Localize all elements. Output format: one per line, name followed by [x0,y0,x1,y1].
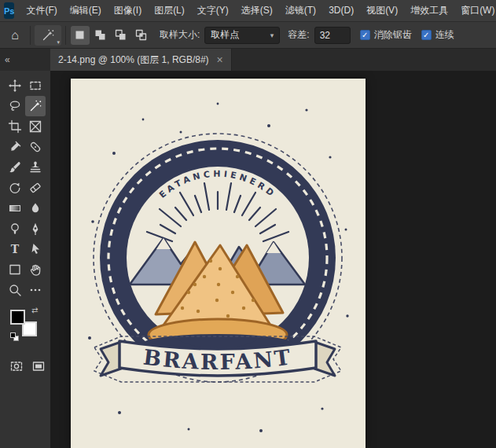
tolerance-input[interactable] [314,27,351,44]
type-icon: T [8,242,22,256]
default-colors-button[interactable] [10,332,20,342]
tool-rect-marquee[interactable] [25,75,46,96]
add-to-selection-button[interactable] [91,26,110,45]
checkbox-checked-icon: ✓ [360,30,370,40]
tools-collapse-button[interactable]: « [0,49,50,71]
menu-type[interactable]: 文字(Y) [191,0,235,21]
new-selection-button[interactable] [71,26,90,45]
tool-healing-brush[interactable] [25,137,46,157]
swap-colors-icon[interactable]: ⇄ [31,306,38,314]
anti-alias-label: 消除锯齿 [374,28,412,42]
sample-size-label: 取样大小: [160,28,200,42]
tool-pen[interactable] [25,218,46,239]
home-button[interactable]: ⌂ [4,25,26,46]
tool-dodge[interactable] [5,218,25,239]
water-drop-icon [28,201,42,215]
menu-edit[interactable]: 编辑(E) [64,0,108,21]
menu-3d[interactable]: 3D(D) [322,0,360,21]
add-to-selection-icon [94,28,108,42]
home-icon: ⌂ [11,28,19,42]
rectangle-shape-icon [8,263,22,277]
tool-preset-picker[interactable]: ▾ [35,25,61,46]
menu-window[interactable]: 窗口(W) [454,0,496,21]
menu-image[interactable]: 图像(I) [108,0,148,21]
tool-brush[interactable] [5,157,25,178]
screen-mode-icon [31,359,46,373]
tool-options-bar: ⌂ ▾ 取样大小: 取样点 ▾ 容差: ✓ 消除锯齿 [0,22,496,49]
tool-eraser[interactable] [25,178,46,198]
tool-eyedropper[interactable] [5,137,25,157]
photoshop-window: Ps 文件(F) 编辑(E) 图像(I) 图层(L) 文字(Y) 选择(S) 滤… [0,0,496,448]
tool-zoom[interactable] [5,280,25,300]
intersect-selection-button[interactable] [132,26,151,45]
history-brush-icon [8,181,22,195]
marquee-icon [28,79,42,93]
new-selection-icon [73,28,87,42]
anti-alias-checkbox[interactable]: ✓ 消除锯齿 [360,28,412,42]
sample-size-value: 取样点 [211,28,239,42]
color-swatches: ⇄ [10,310,45,344]
subtract-from-selection-button[interactable] [112,26,130,45]
tolerance-label: 容差: [288,28,309,42]
photoshop-logo-icon: Ps [4,2,14,19]
contiguous-label: 连续 [435,28,454,42]
tool-type[interactable]: T [5,239,25,259]
screen-mode-button[interactable] [29,357,48,376]
menu-layer[interactable]: 图层(L) [148,0,191,21]
foreground-color-swatch[interactable] [10,310,25,325]
tools-grid: T [0,71,50,300]
pen-nib-icon [28,222,42,236]
tool-hand[interactable] [25,259,46,280]
crop-icon [8,119,22,134]
tool-move[interactable] [5,75,25,96]
tool-blur[interactable] [25,198,46,218]
tool-crop[interactable] [5,116,25,137]
tab-close-icon[interactable]: × [217,54,223,65]
move-icon [8,79,22,93]
lasso-icon [8,99,22,113]
svg-text:T: T [11,243,20,255]
menu-plugins[interactable]: 增效工具 [404,0,454,21]
separator [30,26,31,45]
tool-history-brush[interactable] [5,178,25,198]
dock-bottom-buttons [7,357,50,376]
canvas-area[interactable]: EATANCHIENERD [50,71,496,448]
magic-wand-icon [41,28,55,42]
quick-mask-icon [9,359,24,373]
document-tab[interactable]: 2-14.png @ 100% (图层 1, RGB/8#) × [50,49,232,71]
frame-icon [28,119,42,134]
document-area: 2-14.png @ 100% (图层 1, RGB/8#) × [50,49,496,448]
intersect-selection-icon [134,28,149,42]
magic-wand-icon [28,99,42,113]
menu-select[interactable]: 选择(S) [235,0,279,21]
tool-lasso[interactable] [5,96,25,116]
tool-more[interactable] [25,280,46,300]
workspace: « T [0,49,496,448]
contiguous-checkbox[interactable]: ✓ 连续 [421,28,454,42]
gradient-icon [8,201,22,215]
tool-frame[interactable] [25,116,46,137]
tool-path-select[interactable] [25,239,46,259]
menu-filter[interactable]: 滤镜(T) [279,0,322,21]
logo-artwork: EATANCHIENERD [71,79,366,448]
default-foreground-icon [10,332,16,338]
magnifier-icon [8,283,22,297]
chevron-down-icon: ▾ [270,31,274,39]
dodge-icon [8,222,22,236]
quick-mask-button[interactable] [7,357,26,376]
arrow-cursor-icon [28,242,42,256]
eyedropper-icon [8,140,22,154]
tool-shape[interactable] [5,259,25,280]
document-canvas[interactable]: EATANCHIENERD [71,79,366,448]
subtract-from-selection-icon [114,28,128,42]
menu-view[interactable]: 视图(V) [360,0,404,21]
ellipsis-icon [28,283,42,297]
tool-clone-stamp[interactable] [25,157,46,178]
document-tab-bar: 2-14.png @ 100% (图层 1, RGB/8#) × [50,49,496,71]
menu-file[interactable]: 文件(F) [20,0,63,21]
separator [65,26,66,45]
bandage-icon [28,140,42,154]
sample-size-dropdown[interactable]: 取样点 ▾ [204,27,280,44]
tool-magic-wand[interactable] [25,96,46,116]
tool-gradient[interactable] [5,198,25,218]
